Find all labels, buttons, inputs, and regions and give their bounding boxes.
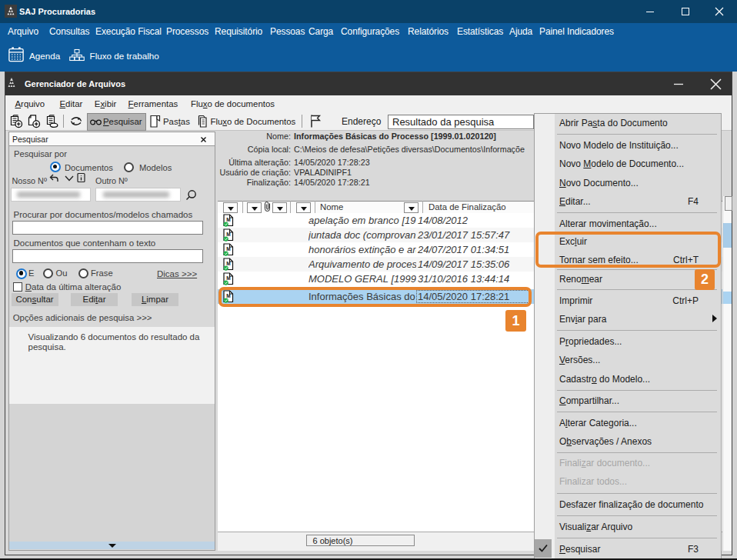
- svg-text:M: M: [226, 217, 230, 222]
- svg-text:M: M: [226, 275, 230, 281]
- svg-text:M: M: [226, 246, 230, 252]
- svg-text:M: M: [226, 232, 230, 237]
- svg-text:M: M: [226, 261, 230, 266]
